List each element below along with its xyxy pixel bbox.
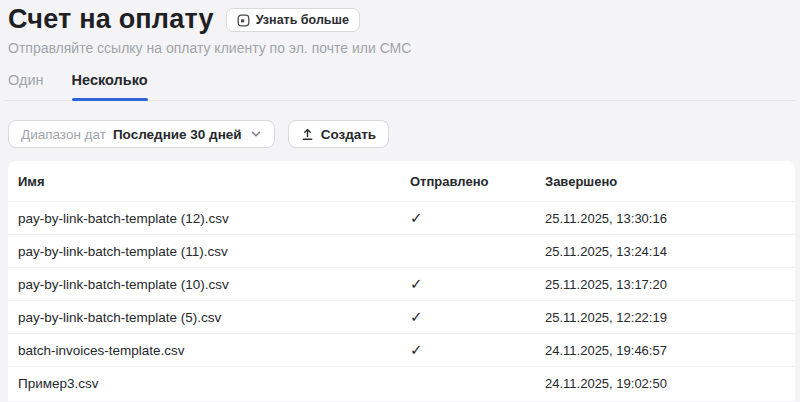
column-header-name: Имя (8, 174, 410, 189)
date-range-label: Диапазон дат (21, 127, 106, 142)
upload-icon (301, 128, 314, 141)
file-name: pay-by-link-batch-template (11).csv (8, 244, 410, 259)
completed-timestamp: 25.11.2025, 13:30:16 (545, 211, 795, 226)
file-name: Пример3.csv (8, 376, 410, 391)
table-row[interactable]: pay-by-link-batch-template (12).csv ✓ 25… (8, 201, 795, 234)
create-button-label: Создать (321, 127, 377, 142)
tab-multiple[interactable]: Несколько (72, 71, 148, 100)
date-range-value: Последние 30 дней (113, 127, 242, 142)
batches-table-card: Имя Отправлено Завершено pay-by-link-bat… (8, 161, 795, 401)
table-row[interactable]: pay-by-link-batch-template (11).csv 25.1… (8, 234, 795, 267)
column-header-sent: Отправлено (410, 174, 545, 189)
article-icon (237, 14, 250, 27)
completed-timestamp: 24.11.2025, 19:02:50 (545, 376, 795, 391)
title-row: Счет на оплату Узнать больше (8, 3, 800, 35)
table-row[interactable]: pay-by-link-batch-template (5).csv ✓ 25.… (8, 300, 795, 333)
completed-timestamp: 25.11.2025, 12:22:19 (545, 310, 795, 325)
table-row[interactable]: batch-invoices-template.csv ✓ 24.11.2025… (8, 333, 795, 366)
tab-single[interactable]: Один (8, 71, 44, 100)
page-title: Счет на оплату (8, 3, 214, 35)
toolbar: Диапазон дат Последние 30 дней Создать (8, 120, 800, 148)
file-name: pay-by-link-batch-template (5).csv (8, 310, 410, 325)
sent-check-icon: ✓ (410, 209, 545, 227)
column-header-completed: Завершено (545, 174, 795, 189)
completed-timestamp: 24.11.2025, 19:46:57 (545, 343, 795, 358)
tabs-bar: Один Несколько (4, 71, 796, 101)
page-subtitle: Отправляйте ссылку на оплату клиенту по … (8, 40, 800, 56)
table-header-row: Имя Отправлено Завершено (8, 161, 795, 201)
file-name: batch-invoices-template.csv (8, 343, 410, 358)
page-header: Счет на оплату Узнать больше Отправляйте… (0, 0, 800, 56)
file-name: pay-by-link-batch-template (10).csv (8, 277, 410, 292)
file-name: pay-by-link-batch-template (12).csv (8, 211, 410, 226)
sent-check-icon: ✓ (410, 275, 545, 293)
completed-timestamp: 25.11.2025, 13:24:14 (545, 244, 795, 259)
invoice-page: Счет на оплату Узнать больше Отправляйте… (0, 0, 800, 402)
table-row[interactable]: Пример3.csv 24.11.2025, 19:02:50 (8, 366, 795, 399)
learn-more-label: Узнать больше (256, 13, 349, 27)
sent-check-icon: ✓ (410, 341, 545, 359)
completed-timestamp: 25.11.2025, 13:17:20 (545, 277, 795, 292)
date-range-dropdown[interactable]: Диапазон дат Последние 30 дней (8, 120, 275, 148)
chevron-down-icon (250, 128, 262, 140)
table-row[interactable]: pay-by-link-batch-template (10).csv ✓ 25… (8, 267, 795, 300)
learn-more-button[interactable]: Узнать больше (226, 8, 360, 32)
create-button[interactable]: Создать (288, 120, 390, 148)
sent-check-icon: ✓ (410, 308, 545, 326)
